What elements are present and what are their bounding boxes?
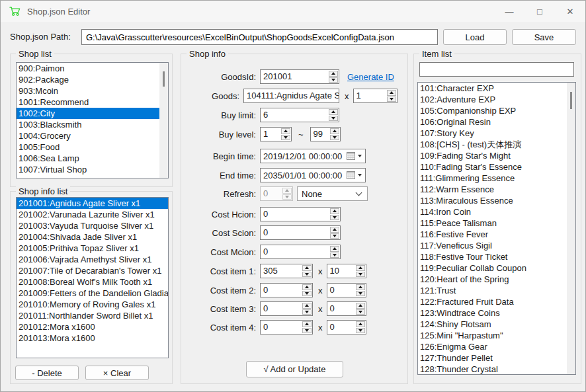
buy-level-max-spinner[interactable]: 99: [310, 127, 341, 141]
spinner-down-icon[interactable]: [302, 309, 312, 315]
list-item[interactable]: 124:Shiny Flotsam: [418, 319, 575, 330]
spinner-up-icon[interactable]: [330, 246, 339, 252]
goods-qty-spinner[interactable]: 1: [353, 89, 398, 103]
spinner-down-icon[interactable]: [302, 272, 312, 278]
spinner-down-icon[interactable]: [387, 97, 396, 102]
spinner-up-icon[interactable]: [330, 128, 339, 134]
delete-button[interactable]: - Delete: [15, 366, 79, 380]
close-button[interactable]: ✕: [555, 1, 585, 22]
spinner-up-icon[interactable]: [329, 109, 338, 115]
list-item[interactable]: 101:Character EXP: [418, 83, 575, 94]
spinner-up-icon[interactable]: [302, 265, 312, 271]
spinner-down-icon[interactable]: [356, 328, 365, 334]
list-item[interactable]: 107:Story Key: [418, 128, 575, 139]
spinner-up-icon[interactable]: [302, 303, 312, 309]
list-item[interactable]: 105:Companionship EXP: [418, 105, 575, 116]
load-button[interactable]: Load: [443, 29, 507, 45]
list-item[interactable]: 113:Miraculous Essence: [418, 195, 575, 206]
dropdown-arrow-icon[interactable]: [358, 174, 362, 176]
spinner-up-icon[interactable]: [330, 227, 339, 233]
buy-level-min-spinner[interactable]: 1: [260, 127, 292, 141]
list-item[interactable]: 122:Fractured Fruit Data: [418, 296, 575, 307]
spinner-up-icon[interactable]: [302, 321, 312, 327]
list-item-selected[interactable]: 201001:Agnidus Agate Sliver x1: [17, 198, 168, 209]
clear-button[interactable]: × Clear: [85, 366, 149, 380]
cost-item-3-id-spinner[interactable]: 0: [260, 301, 313, 316]
list-item[interactable]: 126:Enigma Gear: [418, 341, 575, 352]
spinner-up-icon[interactable]: [329, 71, 338, 77]
list-item[interactable]: 900:Paimon: [17, 63, 168, 74]
list-item[interactable]: 123:Windtrace Coins: [418, 307, 575, 319]
spinner-down-icon[interactable]: [329, 77, 338, 83]
add-or-update-button[interactable]: √ Add or Update: [246, 361, 343, 377]
spinner-up-icon[interactable]: [356, 321, 365, 327]
maximize-button[interactable]: □: [524, 1, 555, 22]
cost-hcion-spinner[interactable]: 0: [260, 207, 341, 221]
list-item[interactable]: 118:Festive Tour Ticket: [418, 251, 575, 262]
spinner-up-icon[interactable]: [302, 284, 312, 290]
scrollbar-thumb[interactable]: [163, 71, 165, 87]
list-item[interactable]: 112:Warm Essence: [418, 184, 575, 195]
dropdown-arrow-icon[interactable]: [358, 155, 362, 157]
list-item[interactable]: 1003:Blacksmith: [17, 119, 168, 130]
cost-item-4-id-spinner[interactable]: 0: [260, 320, 313, 334]
list-item[interactable]: 1007:Virtual Shop: [17, 164, 168, 175]
spinner-down-icon[interactable]: [330, 135, 339, 141]
spinner-up-icon[interactable]: [356, 303, 365, 309]
spinner-down-icon[interactable]: [330, 253, 339, 258]
shop-listbox[interactable]: 900:Paimon 902:Package 903:Mcoin 1001:Re…: [16, 62, 169, 178]
spinner-up-icon[interactable]: [387, 90, 396, 96]
spinner-down-icon[interactable]: [356, 291, 365, 297]
list-item[interactable]: 110:Fading Star's Essence: [418, 161, 575, 173]
spinner-down-icon[interactable]: [356, 272, 365, 278]
cost-item-3-qty-spinner[interactable]: 0: [327, 301, 366, 316]
end-time-picker[interactable]: 2035/01/01 00:00:00: [260, 168, 366, 182]
list-item[interactable]: 114:Iron Coin: [418, 206, 575, 217]
list-item[interactable]: 121:Trust: [418, 285, 575, 296]
spinner-down-icon[interactable]: [356, 309, 365, 315]
list-item[interactable]: 201013:Mora x1600: [17, 333, 168, 344]
spinner-up-icon[interactable]: [356, 265, 365, 271]
list-item[interactable]: 201004:Shivada Jade Sliver x1: [17, 231, 168, 243]
cost-item-4-qty-spinner[interactable]: 0: [327, 320, 366, 334]
scrollbar-track[interactable]: [567, 83, 575, 374]
spinner-up-icon[interactable]: [281, 128, 290, 134]
item-listbox[interactable]: 101:Character EXP 102:Adventure EXP 105:…: [417, 82, 576, 375]
spinner-down-icon[interactable]: [302, 291, 312, 297]
spinner-down-icon[interactable]: [281, 135, 290, 141]
list-item[interactable]: 1005:Food: [17, 141, 168, 153]
list-item[interactable]: 1006:Sea Lamp: [17, 153, 168, 164]
cost-item-2-id-spinner[interactable]: 0: [260, 283, 313, 297]
cost-item-1-id-spinner[interactable]: 305: [260, 264, 313, 278]
scrollbar-track[interactable]: [159, 63, 168, 178]
list-item[interactable]: 108:[CHS] - (test)天体推演: [418, 139, 575, 150]
list-item[interactable]: 119:Peculiar Collab Coupon: [418, 262, 575, 274]
shop-info-listbox[interactable]: 201001:Agnidus Agate Sliver x1 201002:Va…: [16, 197, 169, 358]
list-item[interactable]: 201006:Vajrada Amethyst Sliver x1: [17, 254, 168, 265]
spinner-up-icon[interactable]: [330, 208, 339, 214]
spinner-down-icon[interactable]: [329, 116, 338, 122]
list-item[interactable]: 902:Package: [17, 74, 168, 85]
spinner-down-icon[interactable]: [330, 233, 339, 239]
list-item[interactable]: 201009:Fetters of the Dandelion Gladiato…: [17, 288, 168, 299]
list-item[interactable]: 111:Glimmering Essence: [418, 173, 575, 184]
minimize-button[interactable]: —: [494, 1, 524, 22]
list-item[interactable]: 127:Thunder Pellet: [418, 352, 575, 364]
cost-mcion-spinner[interactable]: 0: [260, 245, 341, 259]
list-item[interactable]: 115:Peace Talisman: [418, 217, 575, 229]
list-item[interactable]: 201007:Tile of Decarabian's Tower x1: [17, 265, 168, 276]
list-item[interactable]: 903:Mcoin: [17, 85, 168, 97]
goodsid-spinner[interactable]: 201001: [260, 69, 339, 84]
list-item[interactable]: 201012:Mora x1600: [17, 321, 168, 333]
list-item[interactable]: 102:Adventure EXP: [418, 94, 575, 105]
list-item[interactable]: 201010:Memory of Roving Gales x1: [17, 299, 168, 310]
list-item[interactable]: 201005:Prithiva Topaz Sliver x1: [17, 243, 168, 254]
spinner-up-icon[interactable]: [356, 284, 365, 290]
list-item[interactable]: 201011:Northlander Sword Billet x1: [17, 310, 168, 321]
cost-scion-spinner[interactable]: 0: [260, 225, 341, 240]
item-search-input[interactable]: [419, 62, 574, 77]
refresh-mode-dropdown[interactable]: None: [297, 186, 368, 201]
path-input[interactable]: [81, 29, 438, 45]
spinner-down-icon[interactable]: [302, 328, 312, 334]
list-item-selected[interactable]: 1002:City: [17, 108, 168, 119]
